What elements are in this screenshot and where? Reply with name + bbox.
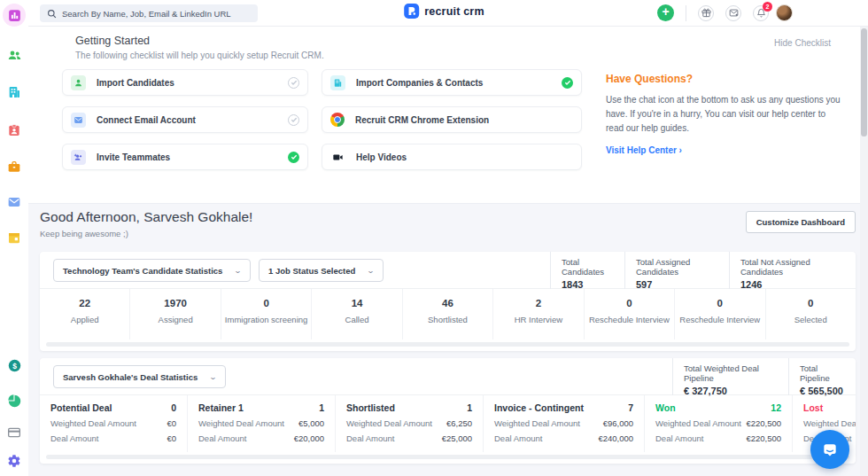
sidebar-item-companies[interactable] bbox=[3, 81, 26, 104]
main-content: Getting Started The following checklist … bbox=[28, 27, 868, 476]
sidebar-item-contacts[interactable] bbox=[3, 119, 26, 142]
chrome-icon bbox=[330, 113, 345, 127]
checklist-item-import-companies[interactable]: Import Companies & Contacts bbox=[322, 69, 582, 96]
contacts-icon bbox=[7, 123, 21, 137]
whats-new-button[interactable] bbox=[698, 5, 714, 21]
sidebar-item-calendar[interactable] bbox=[3, 226, 26, 249]
visit-help-center-link[interactable]: Visit Help Center › bbox=[606, 145, 841, 155]
total-pipeline-cell: Total Pipeline € 565,500 bbox=[788, 358, 856, 395]
sidebar-item-deals[interactable]: $ bbox=[3, 354, 26, 377]
notifications-button[interactable]: 2 bbox=[753, 5, 769, 21]
reports-icon bbox=[7, 394, 22, 409]
candidate-stats-team-dropdown[interactable]: Technology Team's Candidate Statistics ⌄ bbox=[53, 259, 251, 282]
checklist-item-import-candidates[interactable]: Import Candidates bbox=[62, 69, 308, 96]
candidate-stages-row: 22Applied 1970Assigned 0Immigration scre… bbox=[40, 289, 856, 339]
connect-email-icon bbox=[71, 113, 86, 128]
search-input[interactable] bbox=[62, 9, 251, 19]
checklist-item-label: Recruit CRM Chrome Extension bbox=[355, 115, 573, 125]
check-pending-icon bbox=[288, 77, 299, 89]
stage-cell: 46Shortlisted bbox=[403, 289, 493, 339]
getting-started-title: Getting Started bbox=[75, 35, 150, 47]
invite-teammates-icon bbox=[71, 150, 86, 165]
sidebar-item-dashboard[interactable] bbox=[3, 4, 26, 27]
checklist-item-invite-teammates[interactable]: Invite Teammates bbox=[62, 144, 308, 170]
horizontal-scrollbar[interactable] bbox=[46, 342, 849, 347]
import-candidates-icon bbox=[71, 75, 86, 90]
chat-icon bbox=[821, 441, 839, 458]
customize-dashboard-button[interactable]: Customize Dashboard bbox=[746, 211, 856, 233]
sidebar-item-candidates[interactable] bbox=[3, 43, 26, 66]
mail-icon bbox=[729, 8, 739, 18]
stage-cell: 1970Assigned bbox=[130, 289, 221, 339]
total-not-assigned-candidates-cell: Total Not Assigned Candidates 1246 bbox=[729, 252, 856, 289]
sidebar-item-settings[interactable] bbox=[3, 449, 26, 472]
user-avatar[interactable] bbox=[776, 4, 793, 21]
checklist-item-connect-email[interactable]: Connect Email Account bbox=[62, 106, 308, 133]
sidebar-item-reports[interactable] bbox=[3, 389, 26, 412]
logo-text: recruit crm bbox=[424, 5, 484, 18]
checklist-item-label: Invite Teammates bbox=[97, 152, 277, 162]
emails-icon bbox=[7, 195, 21, 209]
jobs-icon bbox=[7, 160, 21, 174]
deals-icon: $ bbox=[7, 358, 22, 373]
horizontal-scrollbar[interactable] bbox=[46, 455, 849, 459]
deal-columns-row: Potential Deal0 Weighted Deal Amount€0 D… bbox=[40, 395, 856, 452]
deal-column-shortlisted: Shortlisted1 Weighted Deal Amount€6,250 … bbox=[336, 395, 484, 452]
inbox-button[interactable] bbox=[725, 5, 741, 21]
stage-cell: 0Immigration screening bbox=[221, 289, 312, 339]
have-questions-panel: Have Questions? Use the chat icon at the… bbox=[606, 73, 841, 155]
actions-divider bbox=[686, 5, 686, 21]
app-logo: recruit crm bbox=[404, 4, 484, 19]
checklist-item-help-videos[interactable]: Help Videos bbox=[322, 144, 582, 170]
checklist-item-label: Help Videos bbox=[356, 152, 573, 162]
sidebar-item-billing[interactable] bbox=[3, 421, 26, 444]
checklist-item-label: Import Candidates bbox=[97, 78, 277, 88]
dropdown-label: 1 Job Status Selected bbox=[268, 266, 355, 276]
notification-badge: 2 bbox=[763, 2, 772, 12]
total-assigned-candidates-cell: Total Assigned Candidates 597 bbox=[624, 252, 729, 289]
quick-add-button[interactable]: + bbox=[657, 4, 674, 21]
checklist-item-label: Import Companies & Contacts bbox=[356, 78, 551, 88]
sidebar-item-emails[interactable] bbox=[3, 191, 26, 214]
check-done-icon bbox=[288, 152, 299, 163]
stage-cell: 0Reschedule Interview bbox=[675, 289, 765, 339]
chevron-down-icon: ⌄ bbox=[234, 267, 242, 275]
sidebar-item-jobs[interactable] bbox=[3, 155, 26, 178]
settings-icon bbox=[7, 454, 21, 468]
total-weighted-pipeline-cell: Total Weighted Deal Pipeline € 327,750 bbox=[672, 358, 788, 395]
companies-icon bbox=[7, 85, 21, 99]
chat-widget-button[interactable] bbox=[810, 430, 849, 469]
stage-cell: 14Called bbox=[312, 289, 402, 339]
scrollbar-thumb[interactable] bbox=[861, 28, 867, 137]
video-icon bbox=[330, 150, 345, 165]
global-search[interactable] bbox=[40, 4, 258, 22]
candidates-icon bbox=[7, 48, 22, 63]
svg-text:$: $ bbox=[12, 361, 17, 370]
deal-column-invoice-contingent: Invoice - Contingent7 Weighted Deal Amou… bbox=[484, 395, 645, 452]
hide-checklist-link[interactable]: Hide Checklist bbox=[774, 38, 831, 48]
have-questions-title: Have Questions? bbox=[606, 73, 841, 85]
deal-statistics-card: Sarvesh Gokhale's Deal Statistics ⌄ Tota… bbox=[40, 358, 856, 464]
dropdown-label: Sarvesh Gokhale's Deal Statistics bbox=[63, 372, 198, 382]
import-companies-icon bbox=[330, 75, 345, 90]
have-questions-body: Use the chat icon at the bottom to ask u… bbox=[606, 93, 841, 137]
chevron-down-icon: ⌄ bbox=[209, 373, 217, 381]
dropdown-label: Technology Team's Candidate Statistics bbox=[63, 266, 222, 276]
greeting-subtitle: Keep being awesome ;) bbox=[40, 229, 856, 238]
stage-cell: 0Selected bbox=[766, 289, 856, 339]
checklist-item-chrome-extension[interactable]: Recruit CRM Chrome Extension bbox=[322, 106, 582, 133]
candidate-statistics-card: Technology Team's Candidate Statistics ⌄… bbox=[40, 252, 856, 351]
greeting-title: Good Afternoon, Sarvesh Gokhale! bbox=[40, 209, 856, 225]
total-candidates-cell: Total Candidates 1843 bbox=[550, 252, 624, 289]
recruit-crm-logo-icon bbox=[404, 4, 419, 19]
stage-cell: 2HR Interview bbox=[493, 289, 584, 339]
deal-stats-dropdown[interactable]: Sarvesh Gokhale's Deal Statistics ⌄ bbox=[53, 365, 226, 388]
job-status-dropdown[interactable]: 1 Job Status Selected ⌄ bbox=[259, 259, 384, 282]
deal-column-potential: Potential Deal0 Weighted Deal Amount€0 D… bbox=[40, 395, 188, 452]
calendar-icon bbox=[7, 230, 21, 245]
vertical-scrollbar[interactable] bbox=[860, 27, 868, 476]
stage-cell: 0Reschedule Interview bbox=[585, 289, 675, 339]
getting-started-subtitle: The following checklist will help you qu… bbox=[75, 51, 324, 60]
deal-column-won: Won12 Weighted Deal Amount€220,500 Deal … bbox=[645, 395, 793, 452]
deal-column-retainer: Retainer 11 Weighted Deal Amount€5,000 D… bbox=[188, 395, 336, 452]
